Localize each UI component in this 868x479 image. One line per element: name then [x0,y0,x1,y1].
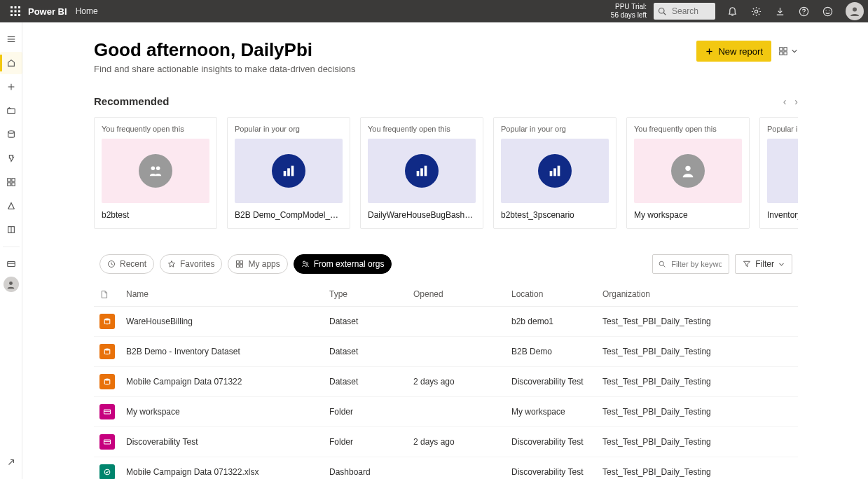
chevron-down-icon [791,48,798,55]
svg-rect-49 [425,166,427,176]
plus-icon [705,47,714,56]
carousel-prev-icon[interactable]: ‹ [783,96,787,107]
nav-my-workspace-icon[interactable] [4,277,19,292]
nav-pipelines-icon[interactable] [0,195,22,217]
settings-icon[interactable] [746,1,766,21]
row-name: My workspace [120,397,324,427]
row-type: Folder [324,427,408,457]
svg-rect-28 [7,183,10,186]
hero-section: Good afternoon, DailyPbi Find and share … [94,39,798,74]
table-row[interactable]: Discoverability TestFolder2 days agoDisc… [94,427,798,457]
col-type[interactable]: Type [324,282,408,307]
col-name[interactable]: Name [120,282,324,307]
content-table: Name Type Opened Location Organization W… [94,282,798,479]
new-report-label: New report [718,46,763,57]
keyword-filter-input[interactable] [670,259,723,269]
row-org: Test_Test_PBI_Daily_Testing [597,457,798,480]
nav-datahub-icon[interactable] [0,123,22,146]
trial-line2: 56 days left [611,11,647,20]
svg-point-53 [685,166,690,171]
recommended-card[interactable]: You frequently open thisb2btest [94,117,217,229]
row-opened: 2 days ago [408,427,506,457]
svg-point-14 [803,13,804,14]
nav-home-link[interactable]: Home [76,6,98,16]
keyword-filter[interactable] [652,254,729,274]
nav-learn-icon[interactable] [0,218,22,241]
recommended-card[interactable]: Popular in your orgb2btest_3pscenario [493,117,616,229]
trial-status[interactable]: PPU Trial: 56 days left [611,3,647,20]
table-row[interactable]: Mobile Campaign Data 071322Dataset2 days… [94,367,798,397]
carousel-next-icon[interactable]: › [794,96,798,107]
nav-workspaces-icon[interactable] [0,253,22,275]
nav-collapse-icon[interactable] [0,28,22,50]
new-report-button[interactable]: New report [696,41,771,62]
tab-external-orgs[interactable]: From external orgs [294,254,392,274]
row-location: B2B Demo [506,337,597,367]
help-icon[interactable] [794,1,813,21]
svg-rect-41 [784,52,787,55]
table-row[interactable]: B2B Demo - Inventory DatasetDatasetB2B D… [94,337,798,367]
svg-rect-40 [780,52,783,55]
svg-point-42 [151,167,156,171]
search-input[interactable] [670,6,708,17]
col-organization[interactable]: Organization [597,282,798,307]
recommended-card[interactable]: You frequently open thisMy workspace [626,117,750,229]
filter-button[interactable]: Filter [735,254,792,274]
card-reason: Popular in your org [235,125,343,133]
nav-metrics-icon[interactable] [0,147,22,169]
svg-rect-71 [104,440,111,444]
table-row[interactable]: Mobile Campaign Data 071322.xlsxDashboar… [94,457,798,480]
nav-home-icon[interactable] [0,52,22,74]
table-row[interactable]: WareHouseBillingDatasetb2b demo1Test_Tes… [94,307,798,337]
col-location[interactable]: Location [506,282,597,307]
card-type-icon [671,154,705,188]
tab-favorites[interactable]: Favorites [160,254,222,274]
card-thumbnail [634,139,742,203]
view-switcher[interactable] [778,46,798,56]
tab-my-apps[interactable]: My apps [228,254,287,274]
svg-rect-38 [780,48,783,50]
card-type-icon [139,154,172,188]
app-launcher-icon[interactable] [6,1,25,21]
chevron-down-icon [778,261,785,268]
row-type-icon [99,434,115,450]
tab-recent[interactable]: Recent [99,254,154,274]
profile-avatar[interactable] [846,2,864,20]
row-type-icon [99,344,115,359]
recommended-card[interactable]: Popular in your orgB2B Demo_CompModel_3P… [227,117,350,229]
svg-rect-45 [287,168,290,176]
nav-browse-icon[interactable] [0,99,22,122]
row-name: Mobile Campaign Data 071322 [120,367,324,397]
svg-rect-29 [11,183,14,186]
download-icon[interactable] [770,1,790,21]
left-nav-rail [0,22,22,479]
card-title: b2btest [102,210,209,220]
svg-rect-50 [550,171,553,176]
card-reason: You frequently open this [102,125,209,133]
row-location: Discoverability Test [506,427,597,457]
row-opened [408,337,506,367]
svg-rect-5 [18,11,20,13]
row-opened [408,397,506,427]
nav-create-icon[interactable] [0,76,22,98]
svg-line-65 [663,265,665,267]
nav-pop-out-icon[interactable] [0,451,22,473]
table-row[interactable]: My workspaceFolderMy workspaceTest_Test_… [94,397,798,427]
feedback-icon[interactable] [818,1,837,21]
recommended-card[interactable]: Popular in your orgInventoryDataset (2) [759,117,798,229]
global-search[interactable] [654,3,715,20]
svg-point-67 [104,349,110,351]
svg-point-35 [9,282,13,285]
card-thumbnail [501,139,609,203]
external-org-icon [301,260,310,268]
recommended-card[interactable]: You frequently open thisDailyWareHouseBu… [360,117,483,229]
col-opened[interactable]: Opened [408,282,506,307]
svg-rect-52 [558,166,560,176]
svg-rect-1 [15,6,17,8]
nav-apps-icon[interactable] [0,171,22,193]
recommended-cards: You frequently open thisb2btestPopular i… [94,117,798,229]
svg-point-62 [303,261,305,263]
row-location: My workspace [506,397,597,427]
svg-rect-2 [18,6,20,8]
notifications-icon[interactable] [722,1,742,21]
